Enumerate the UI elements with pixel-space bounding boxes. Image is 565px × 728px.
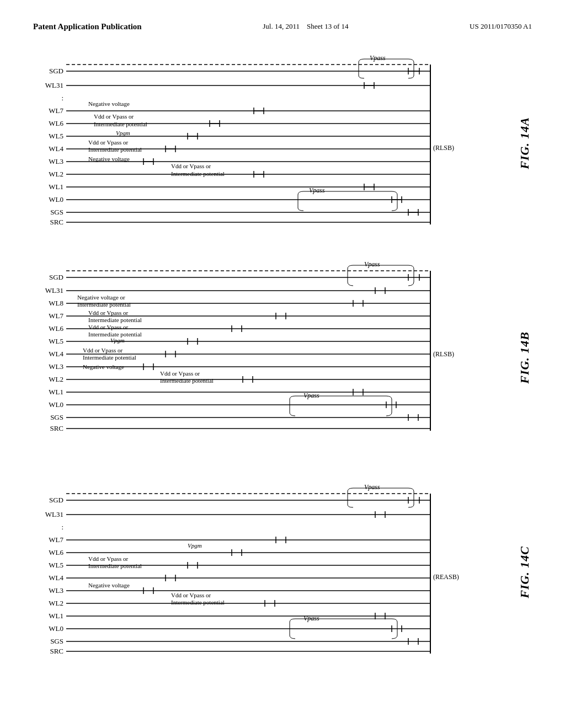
svg-text:(RLSB): (RLSB) [433, 350, 454, 358]
svg-text:(RLSB): (RLSB) [433, 144, 454, 152]
svg-text:WL7: WL7 [49, 106, 63, 115]
svg-text:Intermediate potential: Intermediate potential [88, 317, 142, 323]
fig14c-diagram: SGD WL31 : WL7 WL6 WL5 WL4 WL3 WL2 WL1 W… [33, 477, 512, 667]
svg-text:WL8: WL8 [49, 299, 63, 307]
svg-text:Intermediate potential: Intermediate potential [171, 599, 225, 606]
svg-text:(REASB): (REASB) [433, 573, 459, 581]
svg-text:Vpgm: Vpgm [116, 130, 130, 136]
svg-text:SRC: SRC [50, 647, 63, 655]
fig14a-label: FIG. 14A [518, 117, 532, 169]
svg-text:WL31: WL31 [45, 510, 63, 518]
svg-text:WL4: WL4 [49, 574, 63, 582]
svg-text:Intermediate potential: Intermediate potential [171, 170, 225, 177]
svg-text:WL1: WL1 [49, 612, 63, 620]
svg-text:Vpass: Vpass [303, 392, 319, 399]
svg-text:Vdd or Vpass or: Vdd or Vpass or [171, 592, 211, 598]
svg-text:Vdd or Vpass or: Vdd or Vpass or [88, 324, 129, 330]
svg-text:Vdd or Vpass or: Vdd or Vpass or [83, 347, 123, 354]
svg-text:Negative voltage: Negative voltage [88, 156, 130, 162]
fig14a-diagram: SGD WL31 : WL7 WL6 WL5 WL4 WL3 WL2 WL1 W… [33, 48, 512, 238]
svg-text:WL6: WL6 [49, 324, 63, 333]
page: Patent Application Publication Jul. 14, … [0, 0, 565, 728]
svg-text:Vpass: Vpass [303, 614, 319, 622]
svg-text:WL2: WL2 [49, 599, 63, 607]
sheet-number: Sheet 13 of 14 [307, 22, 348, 30]
svg-text:WL2: WL2 [49, 170, 63, 178]
svg-text:WL0: WL0 [49, 195, 63, 204]
svg-text:SGD: SGD [49, 67, 63, 75]
svg-text:Negative voltage: Negative voltage [88, 582, 130, 588]
svg-text:Intermediate potential: Intermediate potential [88, 563, 142, 569]
svg-text:Vpgm: Vpgm [188, 542, 202, 549]
svg-text:WL1: WL1 [49, 183, 63, 191]
publication-title: Patent Application Publication [33, 22, 142, 31]
svg-text::: : [61, 523, 63, 531]
svg-text:WL7: WL7 [49, 312, 63, 320]
svg-text:WL31: WL31 [45, 286, 63, 295]
svg-text::: : [61, 94, 63, 102]
svg-text:WL1: WL1 [49, 388, 63, 396]
svg-text:SGS: SGS [50, 637, 63, 645]
svg-text:WL6: WL6 [49, 119, 63, 127]
svg-text:SRC: SRC [50, 218, 63, 226]
fig14c-label: FIG. 14C [518, 546, 532, 598]
svg-text:WL4: WL4 [49, 350, 63, 358]
fig14c-section: SGD WL31 : WL7 WL6 WL5 WL4 WL3 WL2 WL1 W… [33, 477, 532, 667]
svg-text:SRC: SRC [50, 424, 63, 432]
svg-text:Vdd or Vpass or: Vdd or Vpass or [94, 113, 134, 120]
svg-text:SGS: SGS [50, 413, 63, 421]
diagrams-container: SGD WL31 : WL7 WL6 WL5 WL4 WL3 WL2 WL1 W… [33, 48, 532, 678]
svg-text:WL0: WL0 [49, 400, 63, 409]
header-center: Jul. 14, 2011 Sheet 13 of 14 [263, 22, 348, 31]
svg-text:Vdd or Vpass or: Vdd or Vpass or [88, 309, 129, 316]
svg-text:WL0: WL0 [49, 624, 63, 633]
svg-text:Intermediate potential: Intermediate potential [88, 146, 142, 153]
fig14b-diagram: SGD WL31 WL8 WL7 WL6 WL5 WL4 WL3 WL2 WL1… [33, 254, 512, 461]
svg-text:Vdd or Vpass or: Vdd or Vpass or [160, 370, 200, 377]
svg-text:Negative voltage or: Negative voltage or [77, 294, 125, 301]
patent-number: US 2011/0170350 A1 [470, 22, 532, 31]
svg-text:WL31: WL31 [45, 81, 63, 89]
svg-text:Intermediate potential: Intermediate potential [160, 377, 214, 384]
fig14a-section: SGD WL31 : WL7 WL6 WL5 WL4 WL3 WL2 WL1 W… [33, 48, 532, 238]
svg-text:Vdd or Vpass or: Vdd or Vpass or [88, 139, 129, 146]
svg-text:Vpass: Vpass [364, 260, 380, 268]
page-header: Patent Application Publication Jul. 14, … [33, 22, 532, 31]
svg-text:Vpass: Vpass [370, 54, 386, 62]
publication-date: Jul. 14, 2011 [263, 22, 300, 30]
svg-text:SGS: SGS [50, 208, 63, 216]
svg-text:Negative voltage: Negative voltage [83, 363, 124, 370]
fig14b-section: SGD WL31 WL8 WL7 WL6 WL5 WL4 WL3 WL2 WL1… [33, 254, 532, 461]
svg-text:Vdd or Vpass or: Vdd or Vpass or [88, 555, 129, 562]
svg-text:Negative voltage: Negative voltage [88, 100, 130, 107]
svg-text:WL7: WL7 [49, 536, 63, 544]
svg-text:Intermediate potential: Intermediate potential [77, 301, 131, 308]
svg-text:Vpass: Vpass [309, 186, 325, 194]
svg-text:SGD: SGD [49, 273, 63, 281]
svg-text:WL3: WL3 [49, 586, 63, 595]
svg-text:SGD: SGD [49, 496, 63, 504]
svg-text:WL3: WL3 [49, 157, 63, 165]
svg-text:WL5: WL5 [49, 132, 63, 140]
svg-text:WL2: WL2 [49, 375, 63, 383]
svg-text:WL6: WL6 [49, 548, 63, 556]
svg-text:Vpgm: Vpgm [110, 337, 125, 344]
svg-text:WL3: WL3 [49, 362, 63, 371]
svg-text:WL4: WL4 [49, 144, 63, 153]
svg-text:Intermediate potential: Intermediate potential [94, 121, 147, 127]
svg-text:Vpass: Vpass [364, 483, 380, 491]
svg-text:WL5: WL5 [49, 561, 63, 569]
svg-text:WL5: WL5 [49, 337, 63, 345]
fig14b-label: FIG. 14B [518, 331, 532, 384]
svg-text:Vdd or Vpass or: Vdd or Vpass or [171, 163, 211, 169]
svg-text:Intermediate potential: Intermediate potential [83, 354, 136, 361]
